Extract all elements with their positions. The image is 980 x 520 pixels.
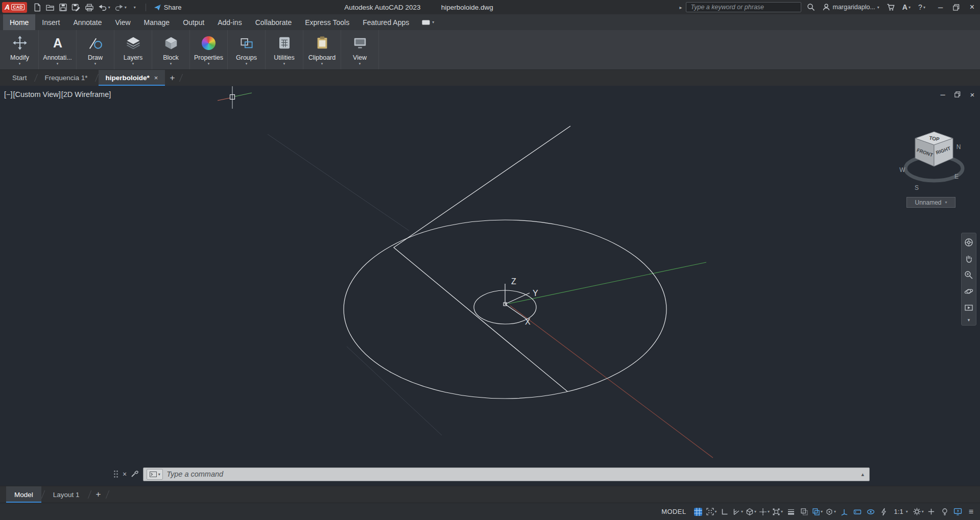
file-tab-hiperboloide[interactable]: hiperboloide* × bbox=[99, 70, 165, 86]
transparency-toggle[interactable] bbox=[798, 505, 811, 518]
named-view-dropdown[interactable]: Unnamed ▾ bbox=[906, 197, 955, 208]
open-file-button[interactable] bbox=[44, 1, 56, 13]
ribbon-panel-clipboard[interactable]: Clipboard ▾ bbox=[303, 30, 341, 69]
full-navigation-wheel-button[interactable] bbox=[962, 236, 975, 249]
tab-home[interactable]: Home bbox=[3, 14, 35, 30]
doc-minimize-button[interactable]: ─ bbox=[938, 90, 947, 99]
ribbon-panel-annotation[interactable]: A Annotati... ▾ bbox=[39, 30, 77, 69]
showmotion-button[interactable] bbox=[962, 301, 975, 314]
ribbon-panel-modify[interactable]: Modify ▾ bbox=[1, 30, 39, 69]
object-snap-tracking-toggle[interactable]: ▾ bbox=[758, 505, 771, 518]
window-restore-button[interactable] bbox=[948, 0, 964, 14]
otrack-caret-icon[interactable]: ▾ bbox=[768, 509, 770, 514]
dynamic-input-toggle[interactable] bbox=[851, 505, 864, 518]
viewcube[interactable]: W S E N TOP FRONT RIGHT bbox=[892, 111, 976, 199]
polar-tracking-toggle[interactable]: ▾ bbox=[731, 505, 745, 518]
model-space-toggle[interactable]: MODEL bbox=[656, 505, 691, 518]
command-line-tools-button[interactable] bbox=[131, 469, 139, 479]
annotation-visibility-toggle[interactable] bbox=[864, 505, 877, 518]
tab-view[interactable]: View bbox=[108, 14, 137, 30]
command-history-caret-icon[interactable]: ▴ bbox=[859, 471, 866, 478]
new-drawing-tab-button[interactable]: + bbox=[165, 70, 179, 86]
share-button[interactable]: Share bbox=[151, 4, 184, 11]
ribbon-panel-view[interactable]: View ▾ bbox=[341, 30, 379, 69]
doc-restore-button[interactable] bbox=[953, 90, 962, 99]
help-search-input[interactable] bbox=[686, 2, 801, 12]
ribbon-panel-utilities[interactable]: Utilities ▾ bbox=[266, 30, 303, 69]
close-tab-icon[interactable]: × bbox=[154, 74, 158, 82]
tab-output[interactable]: Output bbox=[176, 14, 211, 30]
graphics-performance-toggle[interactable] bbox=[951, 505, 965, 518]
autodesk-apps-button[interactable]: A ▾ bbox=[901, 1, 912, 13]
customization-menu-button[interactable]: ≡ bbox=[965, 507, 977, 516]
search-expand-icon[interactable]: ▸ bbox=[679, 5, 682, 10]
dynamic-ucs-toggle[interactable] bbox=[838, 505, 851, 518]
drawing-viewport[interactable]: Z Y X [−] [Custom View] [2D Wireframe] ─… bbox=[0, 86, 980, 486]
layout-tab-layout1[interactable]: Layout 1 bbox=[45, 486, 88, 503]
command-line-grip[interactable] bbox=[113, 470, 118, 478]
window-minimize-button[interactable]: ─ bbox=[933, 0, 948, 14]
ribbon-display-toggle[interactable]: ▾ bbox=[416, 14, 440, 30]
qat-customize-button[interactable]: ▾ bbox=[129, 1, 140, 13]
customization-plus-button[interactable] bbox=[925, 505, 938, 518]
tab-annotate[interactable]: Annotate bbox=[66, 14, 108, 30]
ribbon-panel-groups[interactable]: Groups ▾ bbox=[228, 30, 266, 69]
autocad-logo-icon[interactable]: A CAD bbox=[2, 2, 27, 13]
snap-mode-toggle[interactable]: ▾ bbox=[705, 505, 718, 518]
new-layout-button[interactable]: + bbox=[91, 486, 106, 503]
file-tab-start[interactable]: Start bbox=[5, 70, 34, 86]
undo-button[interactable]: ▾ bbox=[97, 1, 112, 13]
redo-button[interactable]: ▾ bbox=[113, 1, 128, 13]
zoom-button[interactable] bbox=[962, 268, 975, 281]
user-account-button[interactable]: margaridaplo... ▾ bbox=[821, 1, 880, 13]
pan-button[interactable] bbox=[962, 252, 975, 265]
tab-insert[interactable]: Insert bbox=[35, 14, 66, 30]
tab-manage[interactable]: Manage bbox=[137, 14, 177, 30]
recent-commands-button[interactable]: ▾ bbox=[147, 469, 163, 480]
drawing-canvas[interactable]: Z Y X bbox=[0, 86, 980, 486]
selection-cycling-toggle[interactable]: ▾ bbox=[811, 505, 824, 518]
osnap-caret-icon[interactable]: ▾ bbox=[781, 509, 783, 514]
ribbon-panel-properties[interactable]: Properties ▾ bbox=[190, 30, 228, 69]
annotation-scale-button[interactable]: 1:1 ▾ bbox=[891, 505, 912, 518]
tab-add-ins[interactable]: Add-ins bbox=[211, 14, 248, 30]
view-controls-button[interactable]: [Custom View] bbox=[13, 90, 61, 98]
annotation-autoscale-toggle[interactable] bbox=[877, 505, 891, 518]
isometric-caret-icon[interactable]: ▾ bbox=[754, 509, 756, 514]
visual-style-controls-button[interactable]: [2D Wireframe] bbox=[61, 90, 111, 98]
help-button[interactable]: ? ▾ bbox=[916, 1, 927, 13]
lineweight-toggle[interactable] bbox=[784, 505, 798, 518]
file-tab-frequencia[interactable]: Frequencia 1* bbox=[38, 70, 95, 86]
workspace-switching-button[interactable]: ▾ bbox=[912, 505, 925, 518]
plot-button[interactable] bbox=[83, 1, 95, 13]
3d-object-snap-toggle[interactable]: ▾ bbox=[824, 505, 838, 518]
polar-caret-icon[interactable]: ▾ bbox=[741, 509, 743, 514]
window-close-button[interactable]: × bbox=[964, 0, 980, 14]
object-snap-toggle[interactable]: ▾ bbox=[771, 505, 784, 518]
save-button[interactable] bbox=[57, 1, 69, 13]
search-button[interactable] bbox=[805, 1, 817, 13]
orbit-button[interactable] bbox=[962, 285, 975, 298]
undo-flyout-caret-icon[interactable]: ▾ bbox=[108, 5, 110, 10]
viewport-controls-button[interactable]: [−] bbox=[4, 90, 13, 98]
ribbon-panel-layers[interactable]: Layers ▾ bbox=[114, 30, 152, 69]
3dosnap-caret-icon[interactable]: ▾ bbox=[834, 509, 836, 514]
redo-flyout-caret-icon[interactable]: ▾ bbox=[125, 5, 127, 10]
tab-collaborate[interactable]: Collaborate bbox=[249, 14, 299, 30]
doc-close-button[interactable]: × bbox=[968, 90, 977, 99]
command-input[interactable] bbox=[166, 470, 855, 478]
save-as-button[interactable] bbox=[70, 1, 82, 13]
hyperboloid-geometry[interactable] bbox=[344, 126, 666, 399]
isometric-drafting-toggle[interactable]: ▾ bbox=[745, 505, 758, 518]
ortho-mode-toggle[interactable] bbox=[718, 505, 731, 518]
tab-express-tools[interactable]: Express Tools bbox=[298, 14, 356, 30]
selection-cycling-caret-icon[interactable]: ▾ bbox=[821, 509, 823, 514]
tab-featured-apps[interactable]: Featured Apps bbox=[356, 14, 416, 30]
navbar-caret-icon[interactable]: ▾ bbox=[968, 317, 970, 324]
new-file-button[interactable] bbox=[31, 1, 43, 13]
grid-display-toggle[interactable] bbox=[691, 505, 705, 518]
isolate-objects-button[interactable] bbox=[938, 505, 951, 518]
command-line-close-button[interactable]: × bbox=[123, 470, 127, 478]
snap-caret-icon[interactable]: ▾ bbox=[715, 509, 717, 514]
ribbon-panel-draw[interactable]: Draw ▾ bbox=[77, 30, 114, 69]
